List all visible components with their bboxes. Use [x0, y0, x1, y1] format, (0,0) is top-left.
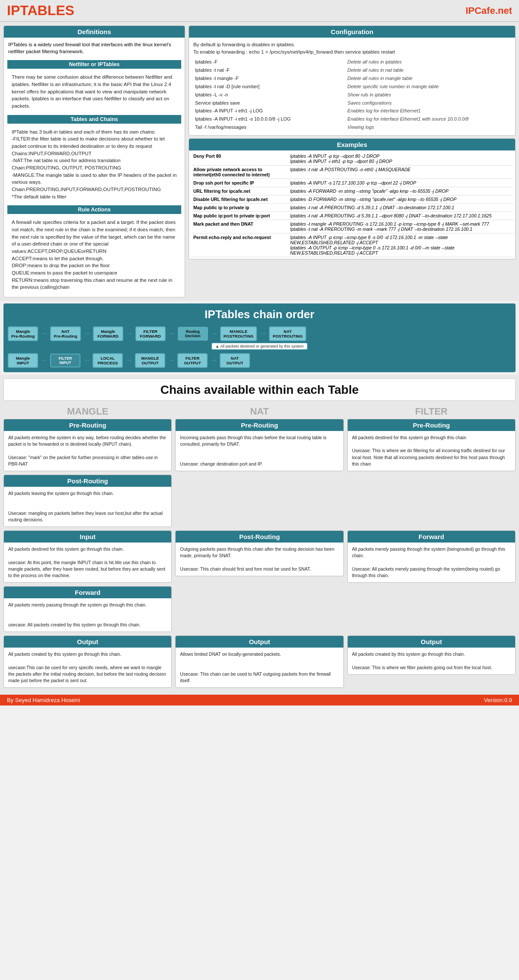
chains-available-title: Chains available within each Table: [3, 378, 516, 401]
arrow-8: →: [83, 356, 90, 365]
filter-empty-col: [347, 475, 516, 527]
example-command: Iptables -A INPUT -p icmp --icmp-type 8 …: [288, 233, 513, 257]
config-intro-1: By default ip forwarding is disables in …: [193, 41, 511, 48]
mangle-input-col: Input All packets destined for this syst…: [3, 530, 172, 583]
config-desc: Enables log for interface Ethernet1: [346, 107, 511, 115]
config-desc: Saves configurations: [346, 99, 511, 107]
examples-table-row: Deny Port 80Iptables -A INPUT -p tcp --d…: [191, 152, 513, 166]
config-cmd: Iptables -t nat -D [rule number]: [193, 83, 346, 91]
footer: By Seyed Hamidreza Hoseini Version:0.9: [0, 695, 519, 705]
arrow-7: →: [40, 356, 48, 365]
arrow-3: →: [125, 329, 133, 338]
mangle-forward-col: Forward All packets merely passing throu…: [3, 586, 172, 632]
nat-output-col: Output Allows limited DNAT on locally-ge…: [175, 635, 343, 688]
mangle-output-col: Output All packets created by this syste…: [3, 635, 172, 688]
example-action: Map public ip:port to private ip:port: [191, 211, 288, 220]
filter-empty-col-2: [347, 586, 516, 632]
config-table-row: Tail -f /var/log/messagesViewing logs: [193, 124, 511, 132]
config-table-row: Iptables -L -v -nShow ruls in iptables: [193, 91, 511, 99]
ipcafe-title: IPCafe.net: [465, 5, 512, 16]
filter-output-body: All packets created by this system go th…: [348, 648, 515, 674]
nat-post-routing-card: Post-Routing Outgoing packets pass throu…: [175, 530, 343, 576]
config-cmd: Service iptables save: [193, 99, 346, 107]
example-action: Mark packet and then DNAT: [191, 220, 288, 233]
column-headers: MANGLE NAT FILTER: [3, 404, 516, 419]
config-cmd: Iptables -t mangle -F: [193, 74, 346, 83]
chain-mangle-output: MANGLEOUTPUT: [135, 353, 165, 368]
example-command: Iptables -t mangle -A PREROUTING -s 172.…: [288, 220, 513, 233]
filter-pre-routing-header: Pre-Routing: [348, 419, 515, 431]
nat-output-header: Output: [176, 636, 343, 648]
filter-output-card: Output All packets created by this syste…: [347, 635, 516, 675]
filter-pre-routing-col: Pre-Routing All packets destined for thi…: [347, 419, 516, 471]
top-header: IPTABLES IPCafe.net: [0, 0, 519, 22]
nat-pre-routing-card: Pre-Routing Incoming packets pass throug…: [175, 419, 343, 471]
output-row: Output All packets created by this syste…: [3, 635, 516, 688]
configuration-box: Configuration By default ip forwarding i…: [189, 26, 516, 136]
mangle-pre-routing-body: All packets entering the system in any w…: [4, 431, 171, 471]
example-action: Drop ssh port for specific IP: [191, 179, 288, 187]
examples-table-row: Drop ssh port for specific IPIptables -A…: [191, 179, 513, 187]
config-desc: Enables log for interface Ethernet1 with…: [346, 115, 511, 124]
nat-pre-routing-col: Pre-Routing Incoming packets pass throug…: [175, 419, 343, 471]
right-column: Configuration By default ip forwarding i…: [189, 26, 516, 297]
example-command: Iptables -t nat -A POSTROUTING -o eth0 -…: [288, 165, 513, 179]
filter-pre-routing-body: All packets destined for this system go …: [348, 431, 515, 471]
mangle-output-body: All packets created by this system go th…: [4, 648, 171, 687]
chain-order-section: IPTables chain order ManglePre-Routing →…: [3, 303, 516, 372]
arrow-4: →: [168, 329, 176, 338]
config-desc: Delete all rules in nat table: [346, 66, 511, 74]
mangle-post-routing-col: Post-Routing All packets leaving the sys…: [3, 475, 172, 527]
config-table-row: Iptables -A INPUT -i eth1 -s 10.0.0.0/8 …: [193, 115, 511, 124]
chain-mangle-input: MangleINPUT: [8, 353, 38, 368]
chain-nat-post: NATPOSTROUTING: [269, 326, 306, 341]
filter-col-header: FILTER: [347, 404, 516, 419]
arrow-5: →: [210, 329, 218, 338]
filter-output-header: Output: [348, 636, 515, 648]
config-desc: Delete specific rule number in mangle ta…: [346, 83, 511, 91]
nat-empty-col: [175, 475, 343, 527]
arrow-10: →: [167, 356, 175, 365]
mangle-input-header: Input: [4, 531, 171, 543]
mangle-pre-routing-col: Pre-Routing All packets entering the sys…: [3, 419, 172, 471]
mangle-output-card: Output All packets created by this syste…: [3, 635, 172, 688]
nat-pre-routing-header: Pre-Routing: [176, 419, 343, 431]
arrow-6: →: [259, 329, 267, 338]
tables-body: IPTable has 3 built-in tables and each o…: [7, 125, 181, 204]
mangle-output-header: Output: [4, 636, 171, 648]
config-table: Iptables -FDelete all rules in iptablesI…: [193, 58, 511, 131]
chain-legend: ▲ All packets destined or generated by t…: [211, 343, 308, 350]
config-desc: Viewing logs: [346, 124, 511, 132]
nat-col-header-container: NAT: [175, 404, 343, 419]
example-action: Allow private network access to internet…: [191, 165, 288, 179]
input-row: Input All packets destined for this syst…: [3, 530, 516, 583]
mangle-forward-body: All packets merely passing through the s…: [4, 598, 171, 632]
filter-output-col: Output All packets created by this syste…: [347, 635, 516, 688]
config-table-row: Iptables -t mangle -FDelete all rules in…: [193, 74, 511, 83]
chain-filter-fwd: FILTERFORWARD: [135, 326, 166, 341]
definitions-header: Definitions: [4, 26, 185, 38]
post-routing-row-1: Post-Routing All packets leaving the sys…: [3, 475, 516, 527]
iptables-title: IPTABLES: [7, 3, 74, 19]
config-cmd: Iptables -L -v -n: [193, 91, 346, 99]
mangle-pre-routing-card: Pre-Routing All packets entering the sys…: [3, 419, 172, 471]
chain-local-process: LOCALPROCESS: [93, 353, 123, 368]
mangle-col-header-container: MANGLE: [3, 404, 172, 419]
example-action: Disable URL filtering for ipcafe.net: [191, 195, 288, 203]
example-command: Iptables -D FORWARD -m string --string "…: [288, 195, 513, 203]
forward-row: Forward All packets merely passing throu…: [3, 586, 516, 632]
filter-pre-routing-card: Pre-Routing All packets destined for thi…: [347, 419, 516, 471]
arrow-11: →: [210, 356, 218, 365]
nat-col-header: NAT: [175, 404, 343, 419]
mangle-post-routing-body: All packets leaving the system go throug…: [4, 487, 171, 527]
example-command: Iptables -A FORWARD -m string --string "…: [288, 187, 513, 195]
example-action: Permit echo-reply and echo-request: [191, 233, 288, 257]
netfilter-body: There may be some confusion about the di…: [7, 70, 181, 113]
config-cmd: Iptables -A INPUT -i eth1 -s 10.0.0.0/8 …: [193, 115, 346, 124]
main-content: Definitions IPTables is a widely used fi…: [0, 22, 519, 301]
filter-forward-body: All packets merely passing through the s…: [348, 543, 515, 582]
mangle-post-routing-card: Post-Routing All packets leaving the sys…: [3, 475, 172, 527]
config-desc: Delete all rules in mangle table: [346, 74, 511, 83]
filter-col-header-container: FILTER: [347, 404, 516, 419]
examples-table-row: Map public ip to private ipIptables -t n…: [191, 203, 513, 211]
